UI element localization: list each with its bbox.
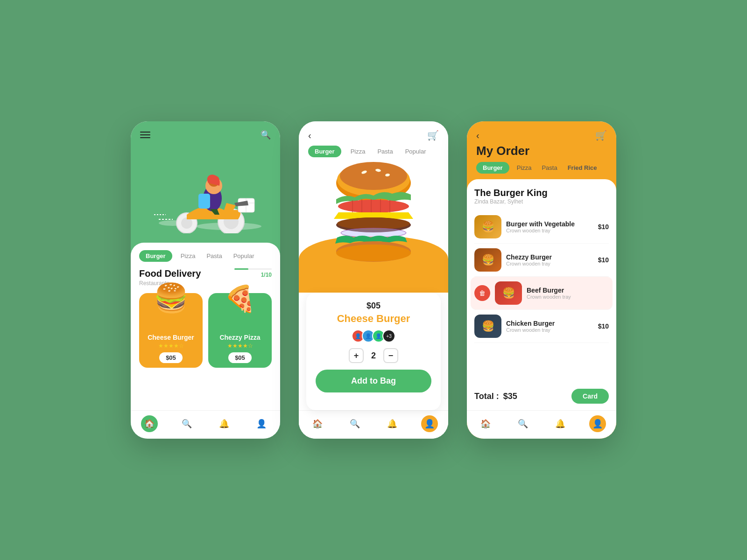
s3-back-button[interactable]: ‹	[476, 130, 479, 141]
order-item-4-name: Chicken Burger	[506, 320, 593, 327]
s2-tab-pizza[interactable]: Pizza	[348, 146, 368, 157]
food-card-chezzy-pizza[interactable]: 🍕 Chezzy Pizza ★★★★☆ $05	[208, 293, 272, 368]
section-title: Food Delivery	[139, 268, 201, 279]
nav-home-2[interactable]: 🏠	[309, 415, 326, 432]
food-card-stars-1: ★★★★☆	[158, 343, 184, 349]
back-button[interactable]: ‹	[308, 130, 311, 141]
tab-popular[interactable]: Popular	[231, 250, 257, 262]
s3-cart-icon[interactable]: 🛒	[595, 130, 607, 141]
order-item-2-price: $10	[598, 256, 609, 264]
order-item-2: 🍔 Chezzy Burger Crown wooden tray $10	[474, 244, 609, 277]
s3-tab-fried-rice[interactable]: Fried Rice	[565, 162, 600, 174]
delete-button[interactable]: 🗑	[474, 285, 490, 301]
avatar-count: +3	[382, 329, 395, 343]
order-item-1-info: Burger with Vegetable Crown wooden tray	[506, 220, 593, 233]
order-footer: Total : $35 Card	[474, 382, 609, 410]
screen1-header: 🔍	[131, 121, 280, 145]
restaurant-name: The Burger King	[474, 188, 609, 198]
svg-rect-9	[198, 194, 210, 209]
tab-pizza[interactable]: Pizza	[178, 250, 198, 262]
product-name: Cheese Burger	[337, 313, 410, 325]
order-item-2-name: Chezzy Burger	[506, 253, 593, 261]
order-item-1: 🍔 Burger with Vegetable Crown wooden tra…	[474, 210, 609, 244]
s3-tab-pasta[interactable]: Pasta	[539, 162, 560, 174]
nav-profile-2[interactable]: 👤	[421, 415, 438, 432]
quantity-decrease-btn[interactable]: −	[383, 348, 398, 363]
order-item-1-name: Burger with Vegetable	[506, 220, 593, 228]
order-item-4-info: Chicken Burger Crown wooden tray	[506, 320, 593, 333]
food-cards: 🍔 Cheese Burger ★★★★☆ $05 🍕 Chezzy Pizza…	[139, 293, 272, 368]
my-order-title: My Order	[467, 144, 616, 162]
order-item-3-image: 🍔	[495, 281, 522, 305]
nav-profile-3[interactable]: 👤	[589, 415, 606, 432]
screen3-categories: Burger Pizza Pasta Fried Rice	[467, 162, 616, 179]
phone-screen-1: 🔍	[131, 121, 280, 439]
order-item-3-sub: Crown wooden tray	[527, 294, 609, 300]
product-image	[322, 157, 425, 269]
svg-point-21	[338, 200, 409, 213]
order-item-4-image: 🍔	[474, 315, 501, 338]
total-amount: $35	[503, 392, 517, 401]
order-item-3: 🗑 🍔 Beef Burger Crown wooden tray	[471, 277, 613, 310]
phone-screen-3: ‹ 🛒 My Order Burger Pizza Pasta Fried Ri…	[467, 121, 616, 439]
s2-tab-burger[interactable]: Burger	[308, 146, 341, 157]
card-button[interactable]: Card	[571, 389, 609, 404]
nav-search-3[interactable]: 🔍	[514, 415, 531, 432]
s2-tab-pasta[interactable]: Pasta	[374, 146, 395, 157]
bottom-nav-2: 🏠 🔍 🔔 👤	[299, 410, 448, 439]
order-item-1-price: $10	[598, 223, 609, 231]
order-item-2-info: Chezzy Burger Crown wooden tray	[506, 253, 593, 266]
order-item-1-sub: Crown wooden tray	[506, 228, 593, 233]
quantity-increase-btn[interactable]: +	[349, 348, 364, 363]
screen2-header: ‹ 🛒	[299, 121, 448, 146]
tab-burger[interactable]: Burger	[139, 250, 172, 262]
food-card-price-1: $05	[159, 352, 183, 363]
order-item-2-sub: Crown wooden tray	[506, 261, 593, 266]
food-card-price-2: $05	[228, 352, 252, 363]
screens-container: 🔍	[131, 121, 616, 439]
order-item-4-price: $10	[598, 322, 609, 330]
user-avatars: 👤 👤 👤 +3	[352, 329, 395, 343]
screen3-content: The Burger King Zinda Bazar, Sylhet 🍔 Bu…	[467, 179, 616, 410]
order-item-1-image: 🍔	[474, 215, 501, 238]
phone-screen-2: ‹ 🛒 Burger Pizza Pasta Popular	[299, 121, 448, 439]
pagination: 1/10	[261, 272, 272, 278]
s2-tab-popular[interactable]: Popular	[402, 146, 429, 157]
order-item-3-info: Beef Burger Crown wooden tray	[527, 287, 609, 300]
category-tabs: Burger Pizza Pasta Popular	[139, 250, 272, 262]
search-icon[interactable]: 🔍	[261, 130, 271, 140]
svg-point-17	[340, 162, 407, 190]
cart-icon[interactable]: 🛒	[427, 130, 439, 141]
quantity-value: 2	[371, 351, 376, 361]
s3-tab-burger[interactable]: Burger	[476, 162, 509, 174]
hamburger-icon[interactable]	[140, 132, 150, 138]
total-text: Total : $35	[474, 392, 517, 401]
nav-bell-3[interactable]: 🔔	[552, 415, 569, 432]
food-card-cheese-burger[interactable]: 🍔 Cheese Burger ★★★★☆ $05	[139, 293, 203, 368]
nav-bell-1[interactable]: 🔔	[216, 415, 233, 432]
bottom-nav-1: 🏠 🔍 🔔 👤	[131, 410, 280, 439]
nav-profile-1[interactable]: 👤	[253, 415, 270, 432]
food-card-name-2: Chezzy Pizza	[219, 334, 260, 341]
order-item-2-image: 🍔	[474, 248, 501, 272]
svg-point-28	[337, 217, 410, 230]
hero-illustration	[131, 145, 280, 243]
order-item-3-name: Beef Burger	[527, 287, 609, 294]
screen1-bottom: Burger Pizza Pasta Popular Food Delivery…	[131, 243, 280, 410]
nav-search-2[interactable]: 🔍	[346, 415, 363, 432]
s3-tab-pizza[interactable]: Pizza	[514, 162, 535, 174]
screen3-header: ‹ 🛒	[467, 121, 616, 144]
tab-pasta[interactable]: Pasta	[204, 250, 225, 262]
nav-home-1[interactable]: 🏠	[141, 415, 158, 432]
nav-bell-2[interactable]: 🔔	[384, 415, 401, 432]
quantity-control: + 2 −	[349, 348, 398, 363]
food-card-name-1: Cheese Burger	[148, 334, 194, 341]
nav-search-1[interactable]: 🔍	[178, 415, 195, 432]
svg-point-31	[336, 245, 411, 261]
food-card-stars-2: ★★★★☆	[227, 343, 253, 349]
progress-bar	[234, 268, 272, 270]
add-to-bag-button[interactable]: Add to Bag	[316, 370, 431, 392]
screen2-hero	[299, 162, 448, 293]
restaurant-location: Zinda Bazar, Sylhet	[474, 198, 609, 205]
nav-home-3[interactable]: 🏠	[477, 415, 494, 432]
